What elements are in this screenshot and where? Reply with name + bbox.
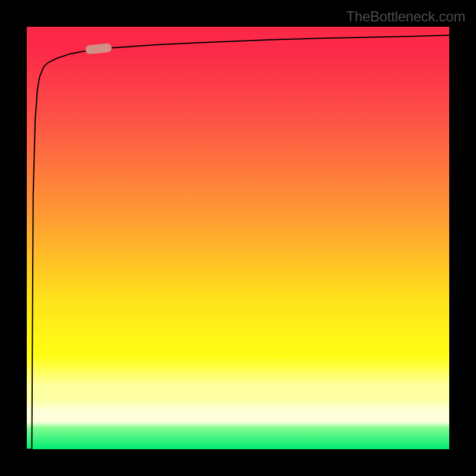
marker-pill [85, 43, 112, 54]
bottleneck-curve [27, 35, 449, 449]
watermark-label: TheBottleneck.com [346, 8, 465, 25]
curve-marker [85, 43, 112, 54]
chart-container: TheBottleneck.com [0, 0, 476, 476]
curve-layer [27, 27, 449, 449]
plot-area [27, 27, 449, 449]
